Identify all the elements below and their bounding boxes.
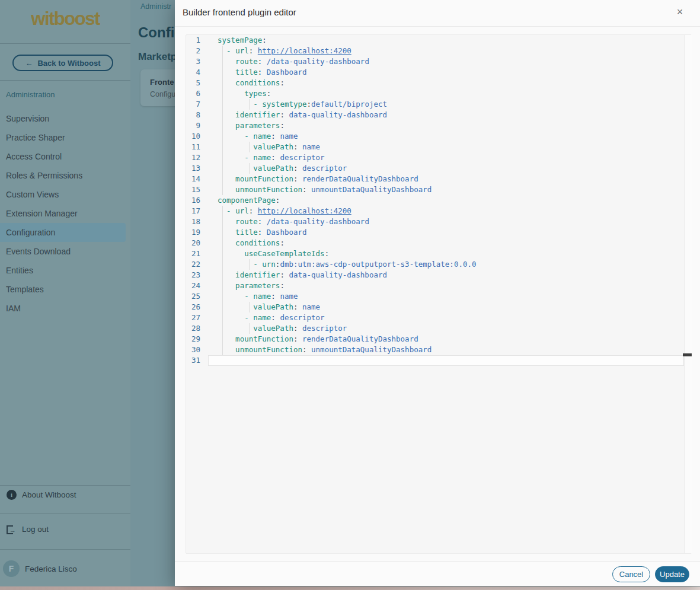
sidebar-item-roles-permissions[interactable]: Roles & Permissions: [0, 166, 130, 185]
code-line[interactable]: systemPage:: [218, 35, 684, 46]
indent-guide: [222, 110, 223, 120]
line-number: 31: [186, 355, 200, 366]
code-line[interactable]: valuePath: descriptor: [218, 323, 684, 334]
indent-guide: [222, 184, 223, 195]
line-number: 20: [186, 238, 200, 248]
code-line[interactable]: mountFunction: renderDataQualityDashboar…: [218, 334, 684, 345]
code-line[interactable]: - systemtype:default/biproject: [218, 99, 684, 110]
indent-guide: [222, 46, 223, 56]
sidebar-item-templates[interactable]: Templates: [0, 280, 130, 299]
divider: [0, 80, 130, 81]
indent-guide: [222, 67, 223, 78]
code-line[interactable]: conditions:: [218, 238, 684, 248]
about-witboost-label: About Witboost: [22, 490, 76, 499]
code-line[interactable]: valuePath: name: [218, 142, 684, 152]
line-number: 6: [186, 88, 200, 99]
line-number: 14: [186, 174, 200, 184]
code-line[interactable]: route: /data-quality-dashboard: [218, 216, 684, 227]
line-number: 24: [186, 280, 200, 291]
code-line[interactable]: types:: [218, 88, 684, 99]
back-to-witboost-button[interactable]: ←Back to Witboost: [12, 55, 113, 71]
code-line[interactable]: valuePath: name: [218, 302, 684, 312]
left-arrow-icon: ←: [25, 59, 33, 68]
about-witboost-row[interactable]: i About Witboost: [0, 485, 130, 514]
line-number: 17: [186, 206, 200, 216]
indent-guide: [222, 152, 223, 163]
editor-line-numbers: 1234567891011121314151617181920212223242…: [186, 35, 200, 366]
indent-guide: [222, 238, 223, 248]
code-line[interactable]: - urn:dmb:utm:aws-cdp-outputport-s3-temp…: [218, 259, 684, 270]
line-number: 1: [186, 35, 200, 46]
code-line[interactable]: identifier: data-quality-dashboard: [218, 110, 684, 120]
sidebar-item-entities[interactable]: Entities: [0, 261, 130, 280]
indent-guide: [222, 88, 223, 99]
indent-guide: [222, 163, 223, 174]
line-number: 7: [186, 99, 200, 110]
sidebar-item-access-control[interactable]: Access Control: [0, 147, 130, 166]
line-number: 30: [186, 345, 200, 355]
avatar: F: [3, 560, 20, 577]
code-line[interactable]: - url: http://localhost:4200: [218, 46, 684, 56]
sidebar-item-extension-manager[interactable]: Extension Manager: [0, 204, 130, 223]
sidebar-item-supervision[interactable]: Supervision: [0, 109, 130, 128]
update-button[interactable]: Update: [655, 566, 689, 582]
code-line[interactable]: - name: name: [218, 131, 684, 142]
app-root: Administr Config Marketp Fronte Configu …: [0, 0, 700, 590]
editor-scrollbar-track[interactable]: [685, 35, 692, 553]
line-number: 10: [186, 131, 200, 142]
sidebar-item-iam[interactable]: IAM: [0, 299, 130, 318]
code-line[interactable]: parameters:: [218, 120, 684, 131]
logout-label: Log out: [22, 525, 49, 534]
line-number: 5: [186, 78, 200, 88]
line-number: 15: [186, 184, 200, 195]
logout-icon: →: [7, 525, 13, 534]
sidebar-item-custom-views[interactable]: Custom Views: [0, 185, 130, 204]
line-number: 27: [186, 312, 200, 323]
code-line[interactable]: title: Dashboard: [218, 67, 684, 78]
sidebar-item-events-download[interactable]: Events Download: [0, 242, 130, 261]
yaml-editor[interactable]: 1234567891011121314151617181920212223242…: [186, 34, 692, 554]
code-line[interactable]: - name: descriptor: [218, 312, 684, 323]
code-line[interactable]: parameters:: [218, 280, 684, 291]
close-icon[interactable]: ×: [674, 6, 686, 18]
code-line[interactable]: unmountFunction: unmountDataQualityDashb…: [218, 345, 684, 355]
code-line[interactable]: conditions:: [218, 78, 684, 88]
line-number: 9: [186, 120, 200, 131]
line-number: 11: [186, 142, 200, 152]
indent-guide: [222, 280, 223, 291]
indent-guide: [249, 259, 250, 270]
logout-row[interactable]: → Log out: [0, 519, 130, 548]
indent-guide: [222, 206, 223, 216]
line-number: 12: [186, 152, 200, 163]
sidebar: witboost ←Back to Witboost Administratio…: [0, 0, 130, 586]
line-number: 4: [186, 67, 200, 78]
code-line[interactable]: route: /data-quality-dashboard: [218, 56, 684, 67]
indent-guide: [222, 259, 223, 270]
line-number: 21: [186, 248, 200, 259]
divider: [0, 514, 130, 514]
indent-guide: [222, 302, 223, 312]
line-number: 28: [186, 323, 200, 334]
user-name: Federica Lisco: [25, 565, 77, 573]
code-line[interactable]: [218, 355, 684, 366]
indent-guide: [222, 270, 223, 280]
code-line[interactable]: valuePath: descriptor: [218, 163, 684, 174]
sidebar-item-configuration[interactable]: Configuration: [0, 223, 126, 242]
dialog-header: Builder frontend plugin editor ×: [175, 0, 700, 27]
code-line[interactable]: title: Dashboard: [218, 227, 684, 238]
code-line[interactable]: unmountFunction: unmountDataQualityDashb…: [218, 184, 684, 195]
line-number: 26: [186, 302, 200, 312]
code-line[interactable]: componentPage:: [218, 195, 684, 206]
cancel-button[interactable]: Cancel: [612, 566, 650, 582]
code-line[interactable]: - name: name: [218, 291, 684, 302]
editor-code[interactable]: systemPage: - url: http://localhost:4200…: [218, 35, 684, 366]
code-line[interactable]: - name: descriptor: [218, 152, 684, 163]
code-line[interactable]: useCaseTemplateIds:: [218, 248, 684, 259]
indent-guide: [249, 302, 250, 312]
code-line[interactable]: mountFunction: renderDataQualityDashboar…: [218, 174, 684, 184]
code-line[interactable]: - url: http://localhost:4200: [218, 206, 684, 216]
dialog-footer: Cancel Update: [175, 562, 700, 586]
sidebar-item-practice-shaper[interactable]: Practice Shaper: [0, 128, 130, 147]
editor-scrollbar-thumb[interactable]: [683, 353, 692, 356]
code-line[interactable]: identifier: data-quality-dashboard: [218, 270, 684, 280]
